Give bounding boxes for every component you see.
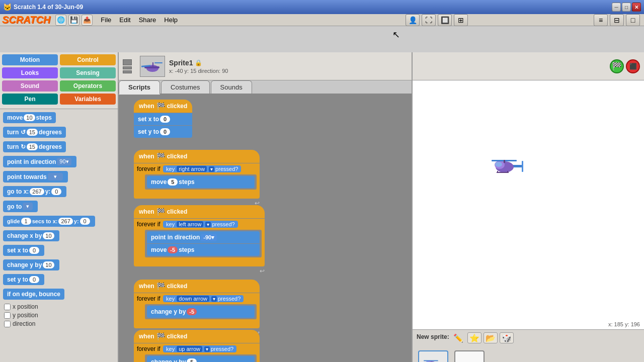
menu-bar: SCRATCH 🌐 💾 📤 File Edit Share Help 👤 ⛶ 🔲… [0,14,644,26]
view-btn-1[interactable] [123,66,132,69]
scratch-logo: SCRATCH [2,14,50,26]
block-move-steps[interactable]: move 10 steps [3,112,56,123]
block-set-x[interactable]: set x to 0 [3,245,44,256]
list-view-btn[interactable]: ≡ [594,14,608,26]
scroll-arrow-3: ↩ [134,267,265,275]
forever-if-block-3[interactable]: forever if key left arrow ▾ pressed? poi… [134,219,265,261]
view-btn-2[interactable] [123,70,132,73]
large-view-btn[interactable]: □ [626,14,640,26]
minimize-button[interactable]: ─ [612,3,621,12]
cat-sensing[interactable]: Sensing [60,67,116,78]
block-turn-cw[interactable]: turn ↻ 15 degrees [3,141,66,152]
c-block-body-5: change y by 5 [145,354,257,362]
zoom-btn[interactable]: 🔲 [438,14,452,26]
export-icon[interactable]: 📤 [82,15,93,26]
block-bounce[interactable]: if on edge, bounce [3,289,64,300]
label-direction: direction [13,320,35,327]
menu-help[interactable]: Help [160,15,182,25]
forever-if-block-5[interactable]: forever if key up arrow ▾ pressed? chang… [134,343,260,362]
block-glide[interactable]: glide 1 secs to x: 267 y: 0 [3,216,95,227]
cat-control[interactable]: Control [60,54,116,65]
block-point-direction[interactable]: point in direction 90▾ [3,156,76,167]
grid-btn[interactable]: ⊞ [454,14,468,26]
forever-cap-3 [134,261,265,266]
sprite1-thumb [418,350,448,362]
c-block-body-3: point in direction -90▾ move -5 steps [145,230,262,257]
menu-share[interactable]: Share [135,15,160,25]
block-turn-ccw[interactable]: turn ↺ 15 degrees [3,127,66,138]
script-group-1: when 🏁 clicked set x to 0 set y to 0 [134,100,192,138]
checkbox-direction: direction [3,320,115,327]
script-block-set-y[interactable]: set y to 0 [134,126,192,138]
lock-icon: 🔒 [195,59,202,66]
svg-rect-3 [154,62,163,63]
svg-point-9 [495,162,502,167]
maximize-button[interactable]: □ [622,3,631,12]
cat-operators[interactable]: Operators [60,80,116,92]
tab-scripts[interactable]: Scripts [119,80,160,95]
save-icon[interactable]: 💾 [68,15,79,26]
block-point-towards[interactable]: point towards ▾ [3,171,68,183]
sprite-item-stage[interactable]: Stage [453,349,486,362]
cursor-icon[interactable]: ↖ [392,29,400,40]
checkbox-direction-input[interactable] [4,321,11,327]
paint-sprite-btn[interactable]: ✏️ [451,332,465,344]
svg-rect-4 [152,62,153,67]
block-change-x[interactable]: change x by 10 [3,230,59,241]
tab-sounds[interactable]: Sounds [211,80,252,94]
cat-pen[interactable]: Pen [2,94,58,105]
script-block-hat-2[interactable]: when 🏁 clicked [134,150,260,163]
script-block-hat-4[interactable]: when 🏁 clicked [134,280,260,293]
globe-icon[interactable]: 🌐 [55,15,66,26]
menu-edit[interactable]: Edit [115,15,134,25]
star-sprite-btn[interactable]: ⭐ [467,332,481,343]
collapse-btn[interactable] [123,59,132,65]
script-block-set-x[interactable]: set x to 0 [134,113,192,125]
cat-looks[interactable]: Looks [2,67,58,78]
script-block-hat-5[interactable]: when 🏁 clicked [134,330,260,343]
script-block-point-3[interactable]: point in direction -90▾ [147,231,260,243]
checkbox-x-position-input[interactable] [4,304,11,310]
checkbox-y-position-input[interactable] [4,312,11,319]
script-block-hat-3[interactable]: when 🏁 clicked [134,205,265,218]
scripts-area[interactable]: when 🏁 clicked set x to 0 set y to 0 whe… [119,95,412,362]
block-set-y[interactable]: set y to 0 [3,274,44,285]
title-bar-icon: 🐱 [3,3,12,11]
sprite-list: Sprite1 Stage [417,347,640,362]
forever-if-block-4[interactable]: forever if key down arrow ▾ pressed? cha… [134,293,260,323]
folder-sprite-btn[interactable]: 📂 [484,332,498,343]
random-sprite-btn[interactable]: 🎲 [500,332,514,343]
sprite-item-sprite1[interactable]: Sprite1 [417,349,450,362]
svg-rect-6 [522,161,523,172]
menu-file[interactable]: File [97,15,115,25]
green-flag-button[interactable]: 🏁 [610,59,624,73]
script-block-move-2[interactable]: move 5 steps [147,176,255,188]
small-view-btn[interactable]: ⊟ [610,14,624,26]
stage-thumb [454,350,485,362]
cat-sound[interactable]: Sound [2,80,58,92]
stop-button[interactable]: ⬛ [626,59,640,73]
script-group-2: when 🏁 clicked forever if key right arro… [134,150,260,207]
cat-motion[interactable]: Motion [2,54,58,65]
block-go-to[interactable]: go to ▾ [3,201,38,212]
script-group-3: when 🏁 clicked forever if key left arrow… [134,205,265,275]
tab-costumes[interactable]: Costumes [161,80,210,94]
fullscreen-btn[interactable]: ⛶ [422,14,436,26]
menu-items: File Edit Share Help [97,15,182,25]
script-block-move-3[interactable]: move -5 steps [147,244,260,256]
c-block-body-2: move 5 steps [145,174,257,190]
cat-variables[interactable]: Variables [60,94,116,105]
person-icon-btn[interactable]: 👤 [406,14,420,26]
checkbox-x-position: x position [3,303,115,310]
sprite-name-area: Sprite1 🔒 x: -40 y: 15 direction: 90 [169,59,228,74]
close-button[interactable]: ✕ [632,3,641,12]
sprite-name[interactable]: Sprite1 [169,59,193,67]
block-change-y[interactable]: change y by 10 [3,259,59,270]
block-go-to-xy[interactable]: go to x: 267 y: 0 [3,186,66,197]
script-block-hat-1[interactable]: when 🏁 clicked [134,100,192,113]
script-block-changey-4[interactable]: change y by -5 [147,306,255,318]
script-block-changey-5[interactable]: change y by 5 [147,356,255,362]
center-panel: Sprite1 🔒 x: -40 y: 15 direction: 90 Scr… [119,52,413,362]
forever-if-block-2[interactable]: forever if key right arrow ▾ pressed? mo… [134,163,260,194]
stage-canvas[interactable]: x: 185 y: 196 [413,80,644,329]
